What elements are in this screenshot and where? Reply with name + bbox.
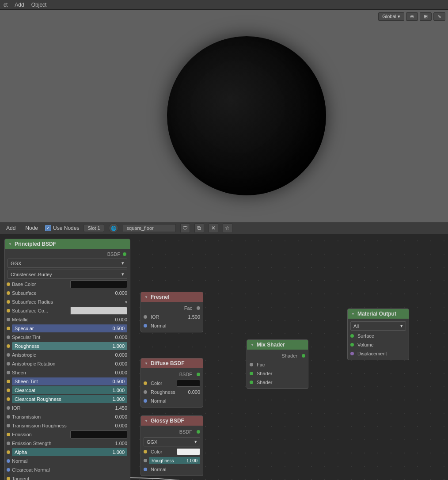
material-output-header[interactable]: ▼ Material Output bbox=[348, 309, 409, 319]
diffuse-normal-socket[interactable] bbox=[144, 399, 147, 403]
alpha-bar[interactable]: Alpha 1.000 bbox=[12, 448, 127, 456]
menu-object[interactable]: Object bbox=[31, 2, 47, 8]
ior-socket[interactable] bbox=[7, 406, 10, 410]
base-color-swatch[interactable] bbox=[70, 280, 128, 288]
pin-icon[interactable]: ☆ bbox=[223, 223, 232, 233]
specular-socket[interactable] bbox=[7, 327, 10, 330]
material-output-dropdown[interactable]: All▾ bbox=[350, 321, 406, 331]
mat-displacement-socket[interactable] bbox=[350, 352, 354, 355]
node-editor-toolbar: Add Node ✓ Use Nodes Slot 1 🌐 🛡 ⧉ ✕ ☆ bbox=[0, 222, 448, 234]
diffuse-bsdf-output-socket[interactable] bbox=[197, 373, 200, 376]
clearcoat-rough-bar[interactable]: Clearcoat Roughness 1.000 bbox=[12, 395, 127, 403]
collapse-icon[interactable]: ▼ bbox=[8, 242, 12, 246]
viewport-btn4[interactable]: ∿ bbox=[433, 12, 445, 21]
bsdf-output-label: BSDF bbox=[107, 251, 120, 257]
glossy-bsdf-header[interactable]: ▼ Glossy BSDF bbox=[141, 416, 203, 426]
anisotropic-socket[interactable] bbox=[7, 353, 10, 357]
clearcoat-rough-socket[interactable] bbox=[7, 397, 10, 401]
slot-select[interactable]: Slot 1 bbox=[84, 224, 104, 232]
glossy-roughness-socket[interactable] bbox=[144, 459, 147, 462]
mix-shader2-socket[interactable] bbox=[250, 381, 253, 384]
emission-strength-socket[interactable] bbox=[7, 442, 10, 445]
principled-bsdf-header[interactable]: ▼ Principled BSDF bbox=[5, 239, 130, 249]
glossy-color-socket[interactable] bbox=[144, 450, 147, 453]
subsurface-color-swatch[interactable] bbox=[70, 307, 128, 315]
ggx-dropdown[interactable]: GGX▾ bbox=[8, 259, 127, 268]
sheen-socket[interactable] bbox=[7, 371, 10, 374]
viewport-btn3[interactable]: ⊞ bbox=[420, 12, 432, 21]
emission-socket[interactable] bbox=[7, 433, 10, 436]
mix-shader-header[interactable]: ▼ Mix Shader bbox=[247, 340, 308, 350]
viewport-btn2[interactable]: ⊕ bbox=[406, 12, 418, 21]
clearcoat-normal-socket[interactable] bbox=[7, 468, 10, 472]
mix-shader-output-socket[interactable] bbox=[302, 354, 305, 358]
fresnel-ior-socket[interactable] bbox=[144, 315, 147, 319]
metallic-socket[interactable] bbox=[7, 318, 10, 321]
glossy-ggx-dropdown[interactable]: GGX▾ bbox=[144, 437, 200, 446]
subsurface-color-socket[interactable] bbox=[7, 309, 10, 312]
subsurface-socket[interactable] bbox=[7, 291, 10, 295]
toolbar-add[interactable]: Add bbox=[4, 224, 18, 232]
diffuse-bsdf-header[interactable]: ▼ Diffuse BSDF bbox=[141, 358, 203, 368]
copy-icon[interactable]: ⧉ bbox=[194, 223, 204, 233]
fresnel-normal-socket[interactable] bbox=[144, 324, 147, 328]
glossy-normal-label: Normal bbox=[149, 467, 200, 472]
menu-ct[interactable]: ct bbox=[4, 2, 8, 8]
global-mode-btn[interactable]: Global ▾ bbox=[378, 12, 404, 21]
close-icon[interactable]: ✕ bbox=[209, 223, 218, 233]
fresnel-fac-socket[interactable] bbox=[197, 306, 200, 310]
emission-swatch[interactable] bbox=[70, 430, 128, 438]
material-output-title: Material Output bbox=[357, 311, 396, 317]
specular-tint-socket[interactable] bbox=[7, 335, 10, 339]
mat-surface-label: Surface bbox=[356, 333, 406, 339]
prop-anisotropic-rotation: Anisotropic Rotation 0.000 bbox=[5, 359, 130, 368]
menu-add[interactable]: Add bbox=[15, 2, 24, 8]
aniso-rot-label: Anisotropic Rotation bbox=[12, 361, 108, 366]
mat-surface-socket[interactable] bbox=[350, 334, 354, 338]
trans-rough-socket[interactable] bbox=[7, 424, 10, 427]
transmission-socket[interactable] bbox=[7, 415, 10, 419]
specular-bar[interactable]: Specular 0.500 bbox=[12, 324, 127, 332]
mix-fac-socket[interactable] bbox=[250, 363, 253, 366]
sheen-tint-socket[interactable] bbox=[7, 380, 10, 383]
mix-shader1-socket[interactable] bbox=[250, 372, 253, 375]
alpha-socket[interactable] bbox=[7, 450, 10, 454]
base-color-socket[interactable] bbox=[7, 282, 10, 286]
transmission-value: 0.000 bbox=[110, 414, 127, 419]
tangent-socket[interactable] bbox=[7, 477, 10, 480]
glossy-roughness-bar[interactable]: Roughness 1.000 bbox=[149, 457, 200, 464]
roughness-socket[interactable] bbox=[7, 344, 10, 348]
mix-fac-row: Fac bbox=[247, 360, 308, 369]
clearcoat-socket[interactable] bbox=[7, 389, 10, 392]
bsdf-output-socket[interactable] bbox=[123, 252, 126, 256]
toolbar-node[interactable]: Node bbox=[23, 224, 41, 232]
fresnel-ior-value: 1.500 bbox=[188, 314, 200, 320]
glossy-color-swatch[interactable] bbox=[177, 448, 200, 455]
prop-emission: Emission bbox=[5, 430, 130, 439]
clearcoat-bar[interactable]: Clearcoat 1.000 bbox=[12, 386, 127, 394]
christensen-dropdown-row: Christensen-Burley▾ bbox=[5, 269, 130, 280]
diffuse-roughness-socket[interactable] bbox=[144, 390, 147, 394]
glossy-color-label: Color bbox=[149, 449, 175, 454]
glossy-normal-socket[interactable] bbox=[144, 468, 147, 471]
aniso-rot-socket[interactable] bbox=[7, 362, 10, 366]
diffuse-color-socket[interactable] bbox=[144, 381, 147, 385]
material-name-input[interactable] bbox=[123, 224, 176, 232]
normal-socket[interactable] bbox=[7, 459, 10, 463]
glossy-color-row: Color bbox=[141, 447, 203, 456]
aniso-rot-value: 0.000 bbox=[110, 361, 127, 366]
diffuse-color-label: Color bbox=[149, 381, 175, 386]
shield-icon[interactable]: 🛡 bbox=[180, 223, 190, 233]
mat-volume-socket[interactable] bbox=[350, 343, 354, 347]
christensen-dropdown[interactable]: Christensen-Burley▾ bbox=[8, 270, 127, 279]
viewport-toolbar: Global ▾ ⊕ ⊞ ∿ bbox=[378, 12, 445, 21]
fresnel-header[interactable]: ▼ Fresnel bbox=[141, 292, 203, 302]
roughness-bar[interactable]: Roughness 1.000 bbox=[12, 342, 127, 350]
glossy-bsdf-output-socket[interactable] bbox=[197, 430, 200, 434]
use-nodes-toggle[interactable]: ✓ Use Nodes bbox=[45, 225, 79, 231]
diffuse-color-swatch[interactable] bbox=[177, 380, 200, 387]
sheen-tint-bar[interactable]: Sheen Tint 0.500 bbox=[12, 377, 127, 385]
subsurface-radius-socket[interactable] bbox=[7, 300, 10, 304]
globe-icon[interactable]: 🌐 bbox=[109, 223, 118, 233]
use-nodes-checkbox[interactable]: ✓ bbox=[45, 225, 51, 231]
